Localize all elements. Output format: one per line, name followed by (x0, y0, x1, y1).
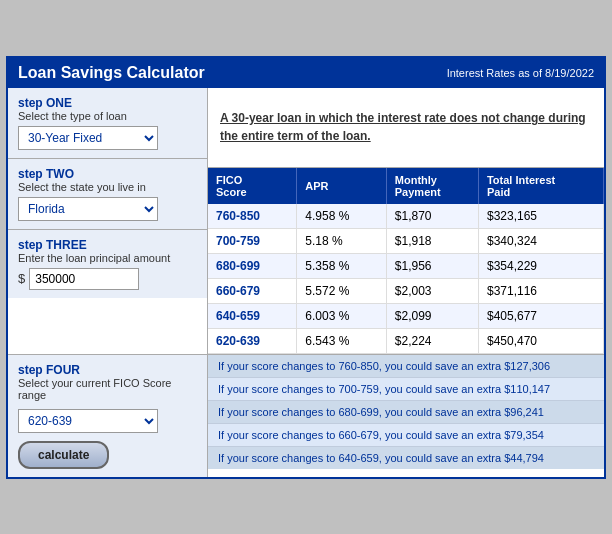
table-row: 620-639 6.543 % $2,224 $450,470 (208, 328, 604, 353)
col-total: Total InterestPaid (478, 168, 603, 204)
total-cell: $340,324 (478, 228, 603, 253)
apr-cell: 5.358 % (297, 253, 387, 278)
right-panel: A 30-year loan in which the interest rat… (208, 88, 604, 354)
apr-cell: 5.18 % (297, 228, 387, 253)
apr-cell: 5.572 % (297, 278, 387, 303)
monthly-cell: $2,099 (386, 303, 478, 328)
step-three-label: step THREE (18, 238, 197, 252)
savings-item: If your score changes to 640-659, you co… (208, 447, 604, 469)
total-cell: $450,470 (478, 328, 603, 353)
rate-table-wrapper: FICOScore APR MonthlyPayment Total Inter… (208, 168, 604, 354)
calculator-container: Loan Savings Calculator Interest Rates a… (6, 56, 606, 479)
apr-cell: 6.003 % (297, 303, 387, 328)
apr-cell: 4.958 % (297, 204, 387, 229)
monthly-cell: $1,870 (386, 204, 478, 229)
table-row: 700-759 5.18 % $1,918 $340,324 (208, 228, 604, 253)
table-row: 640-659 6.003 % $2,099 $405,677 (208, 303, 604, 328)
monthly-cell: $2,003 (386, 278, 478, 303)
step-three-block: step THREE Enter the loan principal amou… (8, 230, 207, 298)
monthly-cell: $1,956 (386, 253, 478, 278)
loan-description: A 30-year loan in which the interest rat… (208, 88, 604, 168)
step-two-label: step TWO (18, 167, 197, 181)
app-title: Loan Savings Calculator (18, 64, 205, 82)
savings-item: If your score changes to 700-759, you co… (208, 378, 604, 401)
col-monthly: MonthlyPayment (386, 168, 478, 204)
savings-item: If your score changes to 680-699, you co… (208, 401, 604, 424)
loan-desc-emphasis: not (481, 111, 500, 125)
bottom-section: step FOUR Select your current FICO Score… (8, 354, 604, 477)
loan-type-select[interactable]: 30-Year Fixed 15-Year Fixed 5/1 ARM (18, 126, 158, 150)
fico-cell: 700-759 (208, 228, 297, 253)
step-one-sub: Select the type of loan (18, 110, 197, 122)
step-four-sub: Select your current FICO Score range (18, 377, 197, 401)
rate-date: Interest Rates as of 8/19/2022 (447, 67, 594, 79)
apr-cell: 6.543 % (297, 328, 387, 353)
table-row: 660-679 5.572 % $2,003 $371,116 (208, 278, 604, 303)
principal-input[interactable] (29, 268, 139, 290)
left-panel: step ONE Select the type of loan 30-Year… (8, 88, 208, 354)
step-four-block: step FOUR Select your current FICO Score… (8, 355, 208, 477)
table-row: 680-699 5.358 % $1,956 $354,229 (208, 253, 604, 278)
savings-list: If your score changes to 760-850, you co… (208, 355, 604, 477)
savings-item: If your score changes to 660-679, you co… (208, 424, 604, 447)
fico-cell: 680-699 (208, 253, 297, 278)
calculate-button[interactable]: calculate (18, 441, 109, 469)
rate-table: FICOScore APR MonthlyPayment Total Inter… (208, 168, 604, 354)
total-cell: $405,677 (478, 303, 603, 328)
fico-cell: 660-679 (208, 278, 297, 303)
fico-cell: 760-850 (208, 204, 297, 229)
loan-desc-before: A 30-year loan in which the interest rat… (220, 111, 481, 125)
step-one-block: step ONE Select the type of loan 30-Year… (8, 88, 207, 159)
step-two-sub: Select the state you live in (18, 181, 197, 193)
total-cell: $371,116 (478, 278, 603, 303)
col-apr: APR (297, 168, 387, 204)
monthly-cell: $2,224 (386, 328, 478, 353)
step-one-label: step ONE (18, 96, 197, 110)
fico-range-select[interactable]: 760-850 700-759 680-699 660-679 640-659 … (18, 409, 158, 433)
fico-cell: 640-659 (208, 303, 297, 328)
table-row: 760-850 4.958 % $1,870 $323,165 (208, 204, 604, 229)
fico-cell: 620-639 (208, 328, 297, 353)
step-two-block: step TWO Select the state you live in Fl… (8, 159, 207, 230)
dollar-sign: $ (18, 271, 25, 286)
col-fico: FICOScore (208, 168, 297, 204)
header: Loan Savings Calculator Interest Rates a… (8, 58, 604, 88)
main-content: step ONE Select the type of loan 30-Year… (8, 88, 604, 354)
total-cell: $323,165 (478, 204, 603, 229)
savings-item: If your score changes to 760-850, you co… (208, 355, 604, 378)
principal-input-wrap: $ (18, 268, 197, 290)
step-four-label: step FOUR (18, 363, 197, 377)
state-select[interactable]: Florida California Texas New York (18, 197, 158, 221)
step-three-sub: Enter the loan principal amount (18, 252, 197, 264)
monthly-cell: $1,918 (386, 228, 478, 253)
total-cell: $354,229 (478, 253, 603, 278)
